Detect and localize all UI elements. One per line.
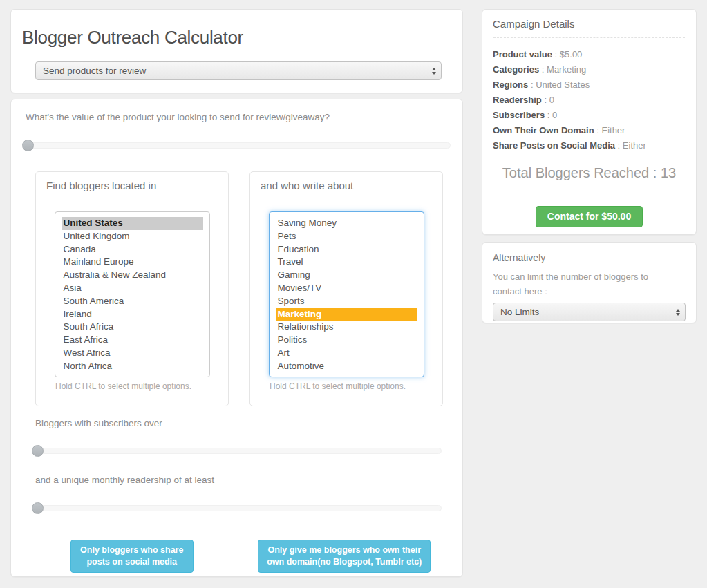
detail-label: Categories (493, 64, 539, 75)
region-option[interactable]: South America (62, 295, 203, 308)
readership-slider-handle[interactable] (32, 502, 44, 514)
detail-value: United States (536, 79, 590, 90)
filter-buttons-row: Only bloggers who share posts on social … (26, 540, 451, 573)
panel-title-separator (251, 198, 442, 198)
detail-value: $5.00 (560, 49, 583, 59)
readership-slider-track[interactable] (35, 505, 442, 511)
detail-row-own-domain: Own Their Own Domain : Either (493, 123, 686, 138)
detail-value: Either (601, 125, 625, 135)
campaign-details-card: Campaign Details Product value : $5.00 C… (482, 9, 697, 235)
category-option[interactable]: Travel (276, 256, 417, 269)
arrow-down-icon (676, 313, 680, 316)
product-value-question: What's the value of the product your loo… (26, 112, 451, 122)
region-option[interactable]: United States (62, 217, 203, 230)
total-bloggers-reached: Total Bloggers Reached : 13 (493, 165, 686, 181)
total-separator (493, 191, 686, 191)
contact-button[interactable]: Contact for $50.00 (536, 206, 643, 227)
categories-listbox[interactable]: Saving Money Pets Education Travel Gamin… (269, 211, 424, 377)
region-option[interactable]: Australia & New Zealand (62, 269, 203, 282)
subscribers-slider-handle[interactable] (32, 445, 44, 457)
subscribers-slider[interactable] (35, 445, 442, 457)
share-social-filter-button[interactable]: Only bloggers who share posts on social … (70, 540, 194, 573)
detail-label: Own Their Own Domain (493, 125, 594, 135)
detail-label: Share Posts on Social Media (493, 140, 615, 151)
arrow-up-icon (432, 68, 436, 70)
category-option[interactable]: Relationships (276, 321, 417, 334)
detail-value: Either (623, 140, 646, 151)
detail-separator: : (539, 64, 547, 75)
category-option[interactable]: Sports (276, 295, 417, 308)
category-option[interactable]: Politics (276, 334, 417, 347)
regions-listbox[interactable]: United States United Kingdom Canada Main… (55, 211, 210, 377)
category-option[interactable]: Pets (276, 230, 417, 243)
campaign-details-rows: Product value : $5.00 Categories : Marke… (493, 47, 686, 153)
region-option[interactable]: Mainland Europe (62, 256, 203, 269)
categories-panel-title: and who write about (250, 172, 442, 198)
alternatively-title: Alternatively (493, 252, 686, 263)
product-value-slider-handle[interactable] (22, 140, 34, 151)
detail-label: Product value (493, 49, 552, 59)
readership-slider-label: and a unique monthly readership of at le… (35, 475, 442, 485)
campaign-type-select[interactable]: Send products for review (35, 61, 442, 80)
select-stepper-icon (426, 62, 441, 79)
categories-multiselect-hint: Hold CTRL to select multiple options. (270, 381, 442, 391)
own-domain-filter-button[interactable]: Only give me bloggers who own their own … (258, 540, 431, 573)
category-option[interactable]: Movies/TV (276, 282, 417, 295)
detail-value: 0 (552, 110, 557, 120)
region-option[interactable]: East Africa (62, 334, 203, 347)
page-title: Blogger Outreach Calculator (22, 27, 462, 48)
region-option[interactable]: West Africa (62, 347, 203, 360)
detail-row-regions: Regions : United States (493, 77, 686, 93)
categories-panel: and who write about Saving Money Pets Ed… (249, 171, 443, 406)
calculator-header-card: Blogger Outreach Calculator Send product… (10, 9, 463, 93)
detail-row-readership: Readership : 0 (493, 93, 686, 108)
detail-row-share-social: Share Posts on Social Media : Either (493, 138, 686, 153)
detail-row-subscribers: Subscribers : 0 (493, 108, 686, 123)
region-option[interactable]: North Africa (62, 360, 203, 373)
regions-panel: Find bloggers located in United States U… (35, 171, 229, 406)
detail-separator: : (545, 110, 552, 120)
alternatively-card: Alternatively You can limit the number o… (482, 242, 697, 323)
detail-separator: : (528, 79, 536, 90)
calculator-main-card: What's the value of the product your loo… (10, 99, 463, 577)
campaign-type-selected-value: Send products for review (36, 62, 426, 79)
category-option[interactable]: Saving Money (276, 217, 417, 230)
detail-label: Regions (493, 79, 528, 90)
detail-separator: : (594, 125, 602, 135)
select-stepper-icon (670, 303, 685, 321)
product-value-slider[interactable] (26, 140, 451, 151)
campaign-details-title: Campaign Details (493, 18, 686, 37)
bloggers-limit-select[interactable]: No Limits (493, 303, 686, 321)
arrow-up-icon (676, 309, 680, 312)
detail-value: Marketing (547, 64, 586, 75)
detail-label: Readership (493, 95, 542, 105)
category-option[interactable]: Marketing (276, 308, 417, 321)
detail-row-product-value: Product value : $5.00 (493, 47, 686, 62)
readership-slider[interactable] (35, 502, 442, 514)
selection-panels-row: Find bloggers located in United States U… (35, 171, 444, 406)
region-option[interactable]: Ireland (62, 308, 203, 321)
subscribers-slider-label: Bloggers with subscribers over (35, 418, 442, 428)
detail-separator: : (552, 49, 560, 59)
region-option[interactable]: Asia (62, 282, 203, 295)
regions-multiselect-hint: Hold CTRL to select multiple options. (55, 381, 228, 391)
detail-separator: : (615, 140, 623, 151)
region-option[interactable]: South Africa (62, 321, 203, 334)
detail-separator: : (542, 95, 549, 105)
detail-row-categories: Categories : Marketing (493, 62, 686, 77)
panel-title-separator (37, 198, 227, 198)
category-option[interactable]: Art (276, 347, 417, 360)
subscribers-slider-track[interactable] (35, 448, 442, 454)
detail-value: 0 (549, 95, 554, 105)
bloggers-limit-selected-value: No Limits (493, 303, 670, 321)
region-option[interactable]: Canada (62, 243, 203, 256)
category-option[interactable]: Automotive (276, 360, 417, 373)
category-option[interactable]: Education (276, 243, 417, 256)
limit-description: You can limit the number of bloggers to … (493, 269, 679, 298)
category-option[interactable]: Gaming (276, 269, 417, 282)
arrow-down-icon (432, 72, 436, 75)
slider-filters-section: Bloggers with subscribers over and a uni… (35, 418, 442, 514)
details-title-separator (493, 37, 685, 38)
product-value-slider-track[interactable] (26, 142, 451, 149)
region-option[interactable]: United Kingdom (62, 230, 203, 243)
